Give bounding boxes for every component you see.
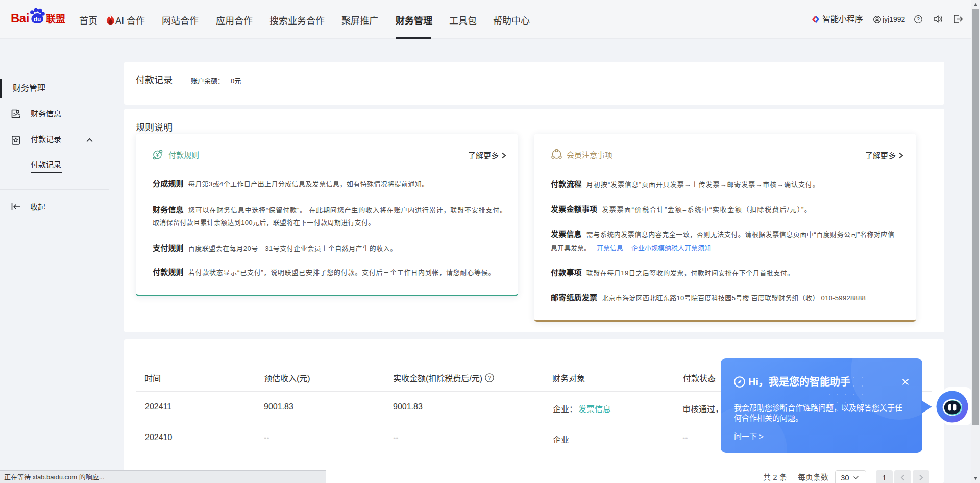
svg-text:du: du [34,16,41,23]
svg-text:?: ? [488,375,491,381]
svg-text:?: ? [917,17,920,22]
